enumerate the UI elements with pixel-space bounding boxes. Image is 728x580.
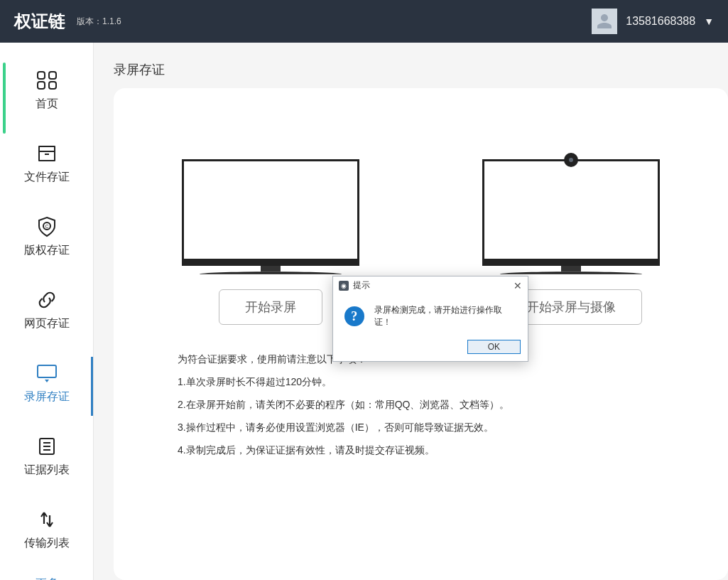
webcam-icon (564, 153, 578, 167)
sidebar-item-label: 版权存证 (24, 243, 70, 258)
start-record-button[interactable]: 开始录屏 (219, 289, 322, 325)
sidebar-item-label: 文件存证 (24, 170, 70, 185)
file-box-icon (35, 143, 59, 164)
instruction-line: 3.操作过程中，请务必使用设置浏览器（IE），否则可能导致证据无效。 (178, 421, 664, 434)
info-dialog: ◉ 提示 ✕ ? 录屏检测完成，请开始进行操作取证！ OK (332, 276, 528, 362)
user-id: 13581668388 (626, 15, 695, 28)
sidebar-item-evidence-list[interactable]: 证据列表 (0, 423, 93, 496)
sidebar-item-label: 录屏存证 (24, 390, 70, 404)
version-label: 版本：1.1.6 (77, 16, 121, 28)
user-icon (596, 13, 613, 30)
sidebar-item-label: 传输列表 (24, 536, 70, 551)
header: 权证链 版本：1.1.6 13581668388 ▼ (0, 0, 728, 43)
sidebar-item-copyright-evidence[interactable]: C 版权存证 (0, 203, 93, 276)
info-icon: ? (344, 306, 364, 326)
dropdown-icon[interactable]: ▼ (704, 16, 714, 27)
grid-icon (35, 70, 59, 91)
dialog-footer: OK (333, 334, 528, 361)
dialog-title-text: 提示 (353, 279, 370, 291)
ok-button[interactable]: OK (467, 340, 521, 354)
sidebar-item-label: 网页存证 (24, 316, 70, 331)
svg-rect-0 (38, 72, 45, 79)
svg-rect-2 (38, 82, 45, 89)
instructions: 为符合证据要求，使用前请注意以下事项： 1.单次录屏时长不得超过120分钟。 2… (178, 353, 664, 457)
sidebar-item-label: 证据列表 (24, 463, 70, 478)
app-logo: 权证链 (14, 10, 65, 33)
sidebar-item-transfer-list[interactable]: 传输列表 (0, 496, 93, 569)
svg-rect-3 (49, 82, 56, 89)
monitor-webcam-icon (482, 159, 660, 266)
transfer-icon (35, 509, 59, 530)
close-icon[interactable]: ✕ (514, 280, 522, 291)
svg-rect-1 (49, 72, 56, 79)
header-user-area[interactable]: 13581668388 ▼ (592, 9, 714, 34)
instruction-line: 2.在录屏开始前，请关闭不必要的程序（如：常用QQ、浏览器、文档等）。 (178, 399, 664, 412)
sidebar-more-link[interactable]: 更多 (0, 569, 93, 580)
sidebar: 首页 文件存证 C 版权存证 网页存证 录屏存证 (0, 43, 94, 580)
shield-copyright-icon: C (35, 216, 59, 237)
svg-marker-8 (45, 380, 49, 382)
instruction-line: 1.单次录屏时长不得超过120分钟。 (178, 376, 664, 389)
sidebar-item-label: 首页 (36, 97, 58, 112)
dialog-titlebar: ◉ 提示 ✕ (333, 276, 528, 294)
monitor-record-icon (35, 362, 59, 384)
page-title: 录屏存证 (114, 61, 728, 78)
svg-text:C: C (45, 224, 48, 229)
instruction-line: 4.录制完成后，为保证证据有效性，请及时提交存证视频。 (178, 444, 664, 457)
dialog-message: 录屏检测完成，请开始进行操作取证！ (374, 304, 516, 328)
avatar[interactable] (592, 9, 617, 34)
monitor-icon (182, 159, 359, 266)
link-icon (35, 289, 59, 311)
dialog-app-icon: ◉ (339, 281, 349, 291)
list-icon (35, 436, 59, 457)
sidebar-item-webpage-evidence[interactable]: 网页存证 (0, 276, 93, 350)
sidebar-item-home[interactable]: 首页 (0, 57, 93, 130)
sidebar-item-file-evidence[interactable]: 文件存证 (0, 130, 93, 203)
dialog-body: ? 录屏检测完成，请开始进行操作取证！ (333, 294, 528, 334)
svg-rect-7 (38, 365, 56, 377)
sidebar-item-screen-record-evidence[interactable]: 录屏存证 (0, 350, 93, 423)
